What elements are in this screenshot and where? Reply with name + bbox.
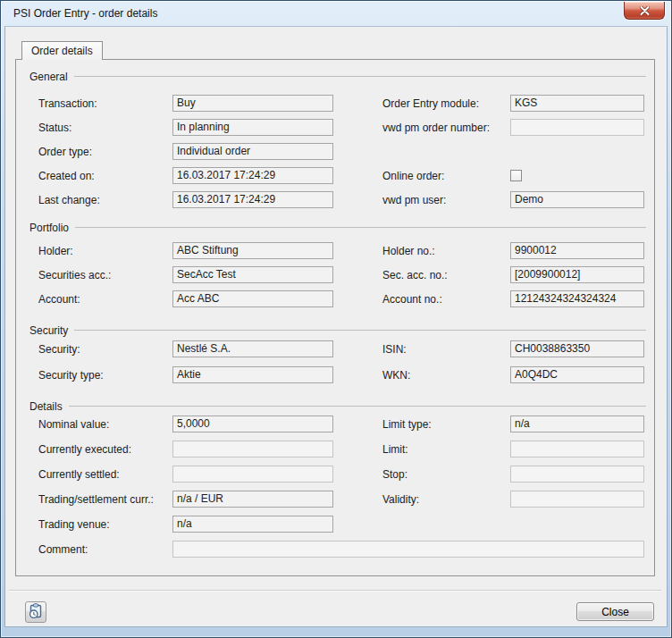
wkn-field[interactable]: A0Q4DC (510, 366, 644, 383)
isin-field[interactable]: CH0038863350 (510, 340, 644, 357)
group-header-portfolio: Portfolio (29, 222, 646, 233)
titlebar: PSI Order Entry - order details (1, 1, 671, 26)
transaction-field[interactable]: Buy (172, 95, 333, 112)
form-row: Holder: ABC Stiftung Holder no.: 9900012 (16, 242, 654, 259)
close-button[interactable]: Close (576, 602, 654, 621)
form-row: Trading venue: n/a (16, 516, 654, 533)
order-entry-module-label: Order Entry module: (382, 97, 510, 110)
form-row: Order type: Individual order (16, 143, 654, 160)
holder-no-field[interactable]: 9900012 (510, 242, 644, 259)
group-header-security: Security (29, 324, 646, 336)
form-row: Status: In planning vwd pm order number: (16, 119, 654, 136)
order-entry-module-field[interactable]: KGS (510, 95, 644, 112)
form-row: Trading/settlement curr.: n/a / EUR Vali… (16, 491, 654, 508)
group-divider (74, 330, 646, 331)
created-on-label: Created on: (38, 170, 172, 182)
account-no-label: Account no.: (382, 293, 510, 306)
currently-executed-label: Currently executed: (38, 443, 172, 456)
online-order-checkbox[interactable] (510, 170, 522, 181)
account-field[interactable]: Acc ABC (172, 290, 333, 307)
sec-acc-no-field[interactable]: [2009900012] (510, 266, 644, 283)
security-label: Security: (38, 343, 172, 356)
protocol-button[interactable] (25, 601, 46, 623)
transaction-label: Transaction: (38, 97, 172, 110)
group-divider (69, 406, 646, 407)
vwd-pm-user-field[interactable]: Demo (510, 191, 644, 208)
holder-field[interactable]: ABC Stiftung (172, 242, 333, 259)
tab-label: Order details (31, 45, 93, 57)
nominal-value-field[interactable]: 5,0000 (172, 416, 333, 432)
section-security: Security Security: Nestlé S.A. ISIN: CH0… (16, 324, 654, 392)
limit-type-field[interactable]: n/a (510, 416, 644, 432)
trading-settlement-curr-label: Trading/settlement curr.: (38, 493, 172, 506)
form-row: Transaction: Buy Order Entry module: KGS (16, 95, 654, 112)
securities-acc-field[interactable]: SecAcc Test (172, 266, 333, 283)
currently-executed-field (172, 441, 333, 458)
validity-label: Validity: (382, 493, 510, 506)
section-details: Details Nominal value: 5,0000 Limit type… (16, 400, 654, 566)
trading-venue-field[interactable]: n/a (172, 516, 333, 533)
vwd-pm-order-number-label: vwd pm order number: (382, 122, 510, 134)
group-title: Portfolio (29, 222, 69, 234)
security-type-field[interactable]: Aktie (172, 366, 333, 383)
form-row: Nominal value: 5,0000 Limit type: n/a (16, 416, 654, 432)
footer-divider (9, 590, 661, 592)
last-change-label: Last change: (38, 194, 172, 206)
sec-acc-no-label: Sec. acc. no.: (382, 269, 510, 281)
order-type-label: Order type: (38, 146, 172, 158)
group-divider (74, 76, 646, 77)
online-order-label: Online order: (382, 170, 510, 182)
window-close-button[interactable] (624, 2, 665, 20)
security-type-label: Security type: (38, 369, 172, 382)
securities-acc-label: Securities acc.: (38, 269, 172, 281)
validity-field (510, 491, 644, 508)
wkn-label: WKN: (382, 369, 510, 382)
close-button-label: Close (601, 606, 629, 618)
holder-no-label: Holder no.: (382, 245, 510, 257)
order-details-tabpage: General Transaction: Buy Order Entry mod… (15, 59, 655, 576)
section-general: General Transaction: Buy Order Entry mod… (16, 71, 654, 215)
limit-label: Limit: (382, 443, 510, 456)
form-row: Last change: 16.03.2017 17:24:29 vwd pm … (16, 191, 654, 208)
group-title: General (29, 71, 68, 83)
vwd-pm-user-label: vwd pm user: (382, 194, 510, 206)
currently-settled-field (172, 466, 333, 483)
comment-label: Comment: (38, 543, 172, 556)
account-label: Account: (38, 293, 172, 306)
status-field[interactable]: In planning (172, 119, 333, 136)
form-row: Account: Acc ABC Account no.: 1212432432… (16, 290, 654, 307)
comment-field (172, 541, 644, 558)
form-row: Securities acc.: SecAcc Test Sec. acc. n… (16, 266, 654, 283)
section-portfolio: Portfolio Holder: ABC Stiftung Holder no… (16, 222, 654, 315)
trading-settlement-curr-field[interactable]: n/a / EUR (172, 491, 333, 508)
form-row: Security: Nestlé S.A. ISIN: CH0038863350 (16, 340, 654, 357)
currently-settled-label: Currently settled: (38, 468, 172, 481)
group-title: Details (29, 400, 63, 413)
nominal-value-label: Nominal value: (38, 418, 172, 431)
security-field[interactable]: Nestlé S.A. (172, 340, 333, 357)
window-title: PSI Order Entry - order details (13, 7, 157, 20)
group-header-general: General (29, 71, 646, 82)
order-type-field[interactable]: Individual order (172, 143, 333, 160)
isin-label: ISIN: (382, 343, 510, 356)
last-change-field[interactable]: 16.03.2017 17:24:29 (172, 191, 333, 208)
close-x-icon (640, 6, 650, 15)
created-on-field[interactable]: 16.03.2017 17:24:29 (172, 167, 333, 184)
vwd-pm-order-number-field (510, 119, 644, 136)
holder-label: Holder: (38, 245, 172, 257)
group-divider (75, 227, 646, 228)
limit-field (510, 441, 644, 458)
group-title: Security (29, 324, 68, 337)
tab-order-details[interactable]: Order details (21, 41, 103, 60)
form-row: Currently settled: Stop: (16, 466, 654, 483)
group-header-details: Details (29, 400, 646, 412)
dialog-window: PSI Order Entry - order details Order de… (0, 0, 672, 638)
account-no-field[interactable]: 12124324324324324 (510, 290, 644, 307)
stop-field (510, 466, 644, 483)
form-row: Currently executed: Limit: (16, 441, 654, 458)
clipboard-history-icon (29, 603, 44, 622)
status-label: Status: (38, 122, 172, 134)
form-row: Created on: 16.03.2017 17:24:29 Online o… (16, 167, 654, 184)
form-row: Security type: Aktie WKN: A0Q4DC (16, 366, 654, 383)
trading-venue-label: Trading venue: (38, 518, 172, 531)
